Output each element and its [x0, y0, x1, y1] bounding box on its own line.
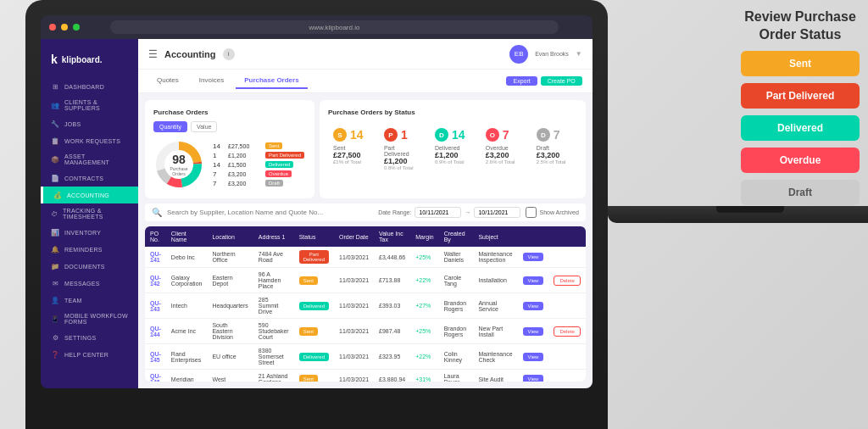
- status-card-part-delivered: P 1 Part Delivered £1,200 0.8% of Total: [379, 123, 425, 176]
- view-button[interactable]: View: [523, 302, 544, 310]
- sidebar-item-dashboard[interactable]: ⊞ Dashboard: [41, 78, 138, 95]
- table-row: QU-146 Meridian West 21 Ashland Gardens …: [145, 370, 586, 382]
- draft-legend-btn[interactable]: Draft: [741, 180, 860, 205]
- delete-button[interactable]: Delete: [554, 276, 580, 286]
- cell-view: View: [518, 319, 549, 344]
- delivered-legend-btn[interactable]: Delivered: [741, 115, 860, 141]
- search-icon: 🔍: [152, 208, 162, 217]
- cell-created: Colin Kinney: [439, 344, 474, 370]
- sidebar-item-messages[interactable]: ✉ Messages: [41, 275, 138, 292]
- sidebar-item-contracts[interactable]: 📄 Contracts: [41, 170, 138, 187]
- status-count: 7: [503, 128, 509, 142]
- create-po-button[interactable]: Create PO: [541, 76, 582, 86]
- overdue-icon: O: [486, 128, 499, 142]
- status-card-delivered: D 14 Delivered £1,200 0.9% of Total: [430, 123, 476, 176]
- search-input[interactable]: [167, 209, 373, 216]
- dashboard-icon: ⊞: [51, 82, 59, 91]
- view-button[interactable]: View: [523, 327, 544, 336]
- tracking-icon: ⏱: [51, 209, 58, 218]
- view-button[interactable]: View: [523, 353, 544, 361]
- sidebar-item-documents[interactable]: 📁 Documents: [41, 258, 138, 275]
- stat-num: 14: [213, 161, 225, 169]
- cell-view: View: [518, 370, 549, 382]
- col-location: Location: [207, 226, 253, 247]
- date-to-input[interactable]: [474, 207, 520, 218]
- overdue-legend-btn[interactable]: Overdue: [741, 148, 860, 173]
- toggle-value[interactable]: Value: [191, 121, 217, 132]
- status-pct: 2.5% of Total: [537, 159, 572, 164]
- cell-status: Delivered: [294, 344, 334, 370]
- sidebar-item-help[interactable]: ❓ Help Center: [41, 346, 138, 363]
- sidebar-item-asset-management[interactable]: 📦 Asset Management: [41, 149, 138, 170]
- tab-invoices[interactable]: Invoices: [191, 73, 232, 89]
- cell-value: £713.88: [374, 268, 410, 293]
- status-widget: Purchase Orders by Status S 14 Sent £27,…: [320, 100, 586, 198]
- user-dropdown-icon[interactable]: ▼: [576, 50, 582, 58]
- status-badge: Delivered: [299, 353, 329, 361]
- help-icon: ❓: [51, 350, 59, 359]
- cell-date: 11/03/2021: [334, 344, 374, 370]
- right-panel: Review Purchase Order Status Sent Part D…: [732, 0, 868, 429]
- delete-button[interactable]: Delete: [554, 326, 580, 337]
- cell-client: Meridian: [166, 370, 208, 382]
- sent-icon: S: [333, 128, 347, 142]
- messages-icon: ✉: [51, 279, 59, 287]
- view-button[interactable]: View: [523, 276, 544, 285]
- sidebar-label: Tracking & Timesheets: [63, 208, 128, 220]
- sidebar-item-mobile-forms[interactable]: 📱 Mobile Workflow Forms: [41, 309, 138, 329]
- cell-delete: [548, 293, 585, 319]
- sidebar-item-accounting[interactable]: 💰 Accounting: [41, 187, 138, 203]
- sidebar-label: Team: [64, 298, 82, 304]
- export-button[interactable]: Export: [506, 76, 537, 86]
- status-name: Draft: [537, 145, 572, 151]
- col-action2: [548, 226, 585, 247]
- stat-num: 1: [213, 152, 225, 159]
- part-delivered-legend-btn[interactable]: Part Delivered: [741, 83, 860, 109]
- cell-status: Sent: [294, 319, 334, 344]
- sidebar-item-clients[interactable]: 👥 Clients & Suppliers: [41, 95, 138, 115]
- close-dot[interactable]: [49, 24, 56, 31]
- status-count: 7: [554, 128, 560, 142]
- view-button[interactable]: View: [523, 375, 544, 382]
- tab-quotes[interactable]: Quotes: [148, 73, 187, 89]
- logo: k klipboard.: [41, 47, 138, 78]
- right-panel-title: Review Purchase Order Status: [741, 8, 860, 44]
- sidebar-item-work-requests[interactable]: 📋 Work Requests: [41, 132, 138, 149]
- sidebar-item-jobs[interactable]: 🔧 Jobs: [41, 115, 138, 132]
- content-area: Purchase Orders Quantity Value: [138, 93, 593, 388]
- maximize-dot[interactable]: [73, 24, 80, 31]
- po-stat-overdue: 7 £3,200 Overdue: [213, 170, 304, 178]
- sidebar-item-team[interactable]: 👤 Team: [41, 292, 138, 309]
- archive-checkbox[interactable]: [526, 207, 537, 218]
- jobs-icon: 🔧: [51, 120, 59, 128]
- tab-purchase-orders[interactable]: Purchase Orders: [236, 73, 307, 89]
- status-name: Overdue: [486, 145, 521, 151]
- sidebar-item-settings[interactable]: ⚙ Settings: [41, 329, 138, 346]
- toggle-quantity[interactable]: Quantity: [153, 121, 187, 132]
- cell-created: Carole Tang: [439, 268, 474, 293]
- sidebar-item-tracking[interactable]: ⏱ Tracking & Timesheets: [41, 203, 138, 224]
- info-icon[interactable]: i: [223, 48, 235, 60]
- sidebar-item-inventory[interactable]: 📊 Inventory: [41, 224, 138, 241]
- contracts-icon: 📄: [51, 174, 59, 182]
- cell-subject: Installation: [473, 268, 517, 293]
- sidebar-item-reminders[interactable]: 🔔 Reminders: [41, 241, 138, 258]
- status-card-overdue: O 7 Overdue £3,200 2.6% of Total: [481, 123, 526, 176]
- cell-status: Sent: [294, 370, 334, 382]
- minimize-dot[interactable]: [61, 24, 68, 31]
- status-badge: Delivered: [299, 302, 329, 310]
- date-from-input[interactable]: [415, 207, 461, 218]
- cell-value: £393.03: [374, 293, 410, 319]
- cell-delete: Delete: [548, 319, 585, 344]
- cell-margin: +25%: [410, 319, 438, 344]
- hamburger-icon[interactable]: ☰: [148, 48, 158, 60]
- sent-legend-btn[interactable]: Sent: [741, 51, 860, 76]
- status-value: £1,200: [435, 151, 470, 159]
- po-widget-title: Purchase Orders: [153, 109, 306, 116]
- sidebar-label: Settings: [64, 335, 96, 341]
- page-title: Accounting: [164, 49, 216, 59]
- cell-view: View: [518, 293, 549, 319]
- cell-date: 11/03/2021: [334, 247, 374, 268]
- sidebar-label: Reminders: [64, 247, 103, 253]
- view-button[interactable]: View: [523, 253, 544, 261]
